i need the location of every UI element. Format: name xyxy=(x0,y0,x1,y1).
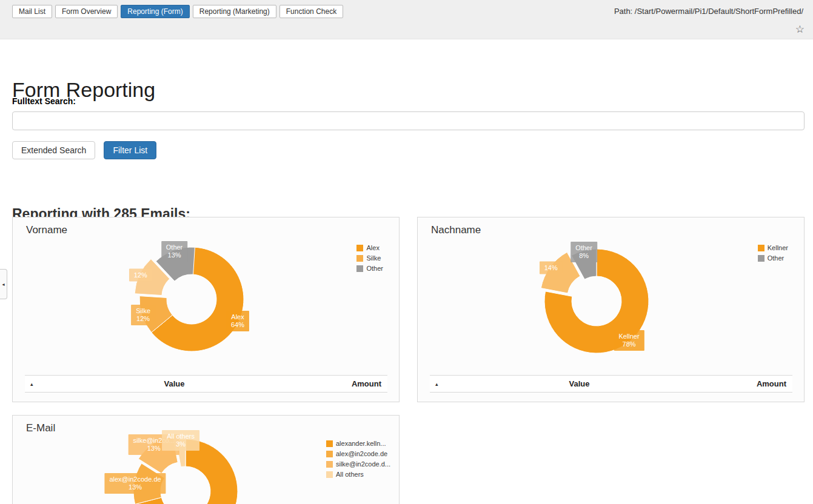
chart-legend: alexander.kelln...alex@in2code.desilke@i… xyxy=(326,440,390,478)
vorname-donut-chart xyxy=(13,217,399,402)
breadcrumb-path: Path: /Start/Powermail/Pi1/Default/Short… xyxy=(614,7,803,16)
module-button-group: Mail List Form Overview Reporting (Form)… xyxy=(12,5,343,18)
search-button-row: Extended Search Filter List xyxy=(12,141,156,159)
collapse-arrow-icon: ◄ xyxy=(1,282,5,287)
legend-label: Silke xyxy=(366,254,381,262)
chart-area: Kellner78%14%Other8% xyxy=(418,217,804,402)
legend-swatch-icon xyxy=(326,471,333,478)
legend-label: silke@in2code.d... xyxy=(336,460,390,468)
panel-vorname: Vorname Alex64%Silke12%12%Other13% AlexS… xyxy=(12,217,400,402)
legend-item[interactable]: alex@in2code.de xyxy=(326,450,390,457)
results-table-header: ▴ Value Amount xyxy=(25,375,387,393)
topbar-button-reporting-marketing[interactable]: Reporting (Marketing) xyxy=(193,5,276,18)
legend-swatch-icon xyxy=(326,461,333,468)
legend-label: Other xyxy=(768,254,785,262)
results-table-header: ▴ Value Amount xyxy=(430,375,792,393)
slice-label: All others3% xyxy=(162,430,199,451)
topbar-button-form-overview[interactable]: Form Overview xyxy=(55,5,118,18)
legend-swatch-icon xyxy=(326,451,333,457)
chart-legend: KellnerOther xyxy=(758,244,788,262)
legend-swatch-icon xyxy=(356,255,363,262)
slice-label: Alex64% xyxy=(226,311,249,331)
topbar: Mail List Form Overview Reporting (Form)… xyxy=(0,0,813,39)
legend-label: Alex xyxy=(366,244,379,251)
topbar-button-reporting-form[interactable]: Reporting (Form) xyxy=(121,5,189,18)
legend-item[interactable]: Kellner xyxy=(758,244,788,251)
slice-label: Other13% xyxy=(161,241,188,262)
legend-item[interactable]: Other xyxy=(758,254,788,262)
fulltext-search-label: Fulltext Search: xyxy=(12,96,76,106)
bookmark-star-icon[interactable]: ☆ xyxy=(795,23,805,36)
fulltext-search-input[interactable] xyxy=(12,111,805,130)
legend-label: Kellner xyxy=(768,244,788,251)
panel-email: E-Mail alexander.kelln...71%alex@in2code… xyxy=(12,415,400,504)
topbar-button-function-check[interactable]: Function Check xyxy=(279,5,343,18)
legend-swatch-icon xyxy=(758,255,764,262)
legend-swatch-icon xyxy=(758,245,764,251)
legend-label: All others xyxy=(336,471,364,478)
panel-nachname: Nachname Kellner78%14%Other8% KellnerOth… xyxy=(417,217,805,402)
legend-item[interactable]: Silke xyxy=(356,254,383,262)
legend-item[interactable]: silke@in2code.d... xyxy=(326,460,390,468)
sort-asc-icon[interactable]: ▴ xyxy=(25,381,46,387)
filter-list-button[interactable]: Filter List xyxy=(104,141,156,159)
legend-item[interactable]: alexander.kelln... xyxy=(326,440,390,447)
legend-item[interactable]: Alex xyxy=(356,244,383,251)
nav-collapse-handle[interactable]: ◄ xyxy=(0,269,7,299)
value-column-header[interactable]: Value xyxy=(46,379,303,388)
nachname-donut-chart xyxy=(418,217,804,402)
slice-label: Silke12% xyxy=(131,305,155,325)
amount-column-header[interactable]: Amount xyxy=(708,379,792,388)
chart-area: Alex64%Silke12%12%Other13% xyxy=(13,217,399,402)
legend-item[interactable]: Other xyxy=(356,265,383,272)
legend-swatch-icon xyxy=(326,440,333,447)
slice-label: 14% xyxy=(540,262,563,274)
value-column-header[interactable]: Value xyxy=(451,379,708,388)
amount-column-header[interactable]: Amount xyxy=(303,379,387,388)
legend-swatch-icon xyxy=(356,265,363,272)
chart-legend: AlexSilkeOther xyxy=(356,244,383,272)
legend-label: alex@in2code.de xyxy=(336,450,387,457)
slice-label: alex@in2code.de13% xyxy=(104,473,166,494)
slice-label: Kellner78% xyxy=(614,330,644,351)
topbar-button-mail-list[interactable]: Mail List xyxy=(12,5,52,18)
slice-label: 12% xyxy=(129,269,152,282)
slice-label: Other8% xyxy=(570,242,597,262)
sort-asc-icon[interactable]: ▴ xyxy=(430,381,451,387)
extended-search-button[interactable]: Extended Search xyxy=(12,141,95,159)
legend-label: alexander.kelln... xyxy=(336,440,386,447)
legend-label: Other xyxy=(366,265,383,272)
legend-item[interactable]: All others xyxy=(326,471,390,478)
legend-swatch-icon xyxy=(356,245,363,251)
